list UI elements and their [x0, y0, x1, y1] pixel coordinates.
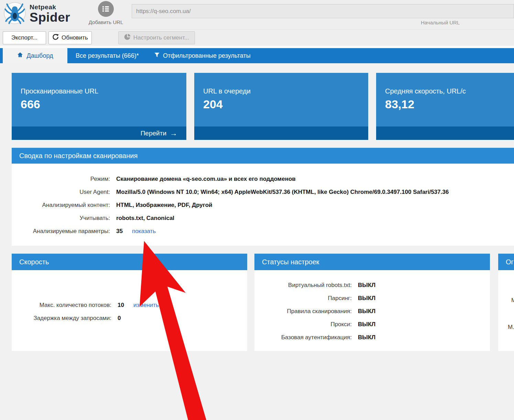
refresh-label: Обновить [62, 34, 88, 41]
row-value: Сканирование домена «q-seo.com.ua» и все… [116, 176, 296, 183]
summary-row-parameters: Анализируемые параметры: 35 показать [12, 225, 514, 238]
spider-icon [3, 2, 26, 26]
go-label: Перейти [141, 130, 166, 137]
refresh-button[interactable]: Обновить [48, 31, 92, 44]
status-row-virtual-robots: Виртуальный robots.txt: ВЫКЛ [254, 279, 490, 292]
card-average-speed-label: Средняя скорость, URL/с [385, 87, 466, 95]
row-label: Парсинг: [254, 295, 352, 302]
summary-panel-title: Сводка по настройкам сканирования [12, 148, 514, 164]
status-value: ВЫКЛ [358, 334, 375, 341]
crawl-settings-summary-panel: Сводка по настройкам сканирования Режим:… [12, 148, 514, 246]
configure-segment-label: Настроить сегмент... [133, 34, 189, 41]
card-crawled-urls: Просканированные URL 666 Перейти → [12, 73, 186, 140]
status-value: ВЫКЛ [358, 308, 375, 315]
row-value: HTML, Изображение, PDF, Другой [116, 202, 212, 209]
summary-row-content: Анализируемый контент: HTML, Изображение… [12, 199, 514, 212]
row-value: robots.txt, Canonical [116, 215, 174, 222]
row-label: Правила сканирования: [254, 308, 352, 315]
row-label: Базовая аутентификация: [254, 334, 352, 341]
row-label: Задержка между запросами: [12, 315, 111, 322]
row-label: User Agent: [12, 189, 110, 196]
row-label: Прокси: [254, 321, 352, 328]
row-value: Mozilla/5.0 (Windows NT 10.0; Win64; x64… [116, 189, 449, 196]
home-icon [17, 52, 23, 60]
row-value: 0 [118, 315, 121, 322]
speed-row-threads: Макс. количество потоков: 10 изменить [12, 299, 247, 312]
row-label: Анализируемые параметры: [12, 228, 110, 235]
funnel-icon [154, 52, 160, 59]
card-urls-in-queue-label: URL в очереди [203, 87, 251, 95]
change-threads-link[interactable]: изменить [133, 302, 159, 309]
app-header: Netpeak Spider Добавить URL Начальный UR… [0, 0, 514, 29]
tab-all-results-label: Все результаты (666)* [76, 52, 139, 59]
tab-dashboard-label: Дашборд [26, 52, 53, 59]
tab-dashboard[interactable]: Дашборд [3, 48, 67, 63]
initial-url-caption: Начальный URL [421, 20, 460, 25]
right-arrow-icon: → [170, 130, 177, 137]
card-crawled-urls-go-button[interactable]: Перейти → [12, 126, 186, 140]
tab-all-results[interactable]: Все результаты (666)* [76, 48, 139, 63]
clipped-row-fragment: М. [508, 324, 514, 331]
app-logo: Netpeak Spider [3, 2, 70, 26]
row-label: Режим: [12, 176, 110, 183]
card-average-speed: Средняя скорость, URL/с 83,12 [376, 73, 514, 140]
statuses-panel-title: Статусы настроек [254, 254, 490, 270]
row-value: 10 [118, 302, 124, 309]
summary-row-consider: Учитывать: robots.txt, Canonical [12, 212, 514, 225]
status-row-crawl-rules: Правила сканирования: ВЫКЛ [254, 305, 490, 318]
card-urls-in-queue-value: 204 [203, 98, 223, 111]
add-url-label: Добавить URL [86, 19, 126, 25]
tab-filtered-results[interactable]: Отфильтрованные результаты [154, 48, 251, 63]
card-crawled-urls-label: Просканированные URL [21, 87, 98, 95]
row-value: 35 [116, 228, 123, 235]
speed-panel: Скорость Макс. количество потоков: 10 из… [12, 254, 247, 351]
speed-row-delay: Задержка между запросами: 0 [12, 312, 247, 325]
brand-netpeak: Netpeak [30, 4, 70, 10]
card-average-speed-value: 83,12 [385, 98, 414, 111]
toolbar-divider [0, 46, 514, 48]
status-row-parsing: Парсинг: ВЫКЛ [254, 292, 490, 305]
toolbar: Экспорт... Обновить Настроить сегмент... [0, 29, 514, 46]
add-url-button[interactable]: Добавить URL [86, 1, 126, 25]
card-urls-in-queue: URL в очереди 204 [194, 73, 368, 140]
row-label: Виртуальный robots.txt: [254, 282, 352, 289]
status-row-basic-auth: Базовая аутентификация: ВЫКЛ [254, 331, 490, 344]
clipped-panel-title: Ог [498, 254, 514, 270]
refresh-icon [52, 34, 59, 42]
clipped-row-fragment: М [511, 297, 514, 304]
show-parameters-link[interactable]: показать [132, 228, 156, 235]
status-row-proxy: Прокси: ВЫКЛ [254, 318, 490, 331]
configure-segment-button[interactable]: Настроить сегмент... [118, 31, 195, 44]
row-label: Макс. количество потоков: [12, 302, 111, 309]
export-label: Экспорт... [11, 34, 37, 41]
settings-statuses-panel: Статусы настроек Виртуальный robots.txt:… [254, 254, 490, 351]
card-crawled-urls-value: 666 [21, 98, 40, 111]
pie-chart-icon [124, 34, 131, 42]
status-value: ВЫКЛ [358, 321, 375, 328]
clipped-right-panel: Ог М М. [498, 254, 514, 351]
card-average-speed-footer [376, 126, 514, 140]
initial-url-input[interactable] [132, 4, 514, 18]
tab-filtered-results-label: Отфильтрованные результаты [163, 52, 251, 59]
status-value: ВЫКЛ [358, 295, 375, 302]
speed-panel-title: Скорость [12, 254, 247, 270]
tab-bar: Дашборд Все результаты (666)* Отфильтров… [0, 48, 514, 63]
summary-row-user-agent: User Agent: Mozilla/5.0 (Windows NT 10.0… [12, 186, 514, 199]
status-value: ВЫКЛ [358, 282, 375, 289]
row-label: Учитывать: [12, 215, 110, 222]
export-button[interactable]: Экспорт... [3, 31, 46, 44]
card-urls-in-queue-footer [194, 126, 368, 140]
brand-text: Netpeak Spider [30, 4, 70, 24]
row-label: Анализируемый контент: [12, 202, 110, 209]
list-icon[interactable] [98, 1, 114, 17]
summary-row-mode: Режим: Сканирование домена «q-seo.com.ua… [12, 173, 514, 186]
brand-spider: Spider [30, 11, 70, 24]
